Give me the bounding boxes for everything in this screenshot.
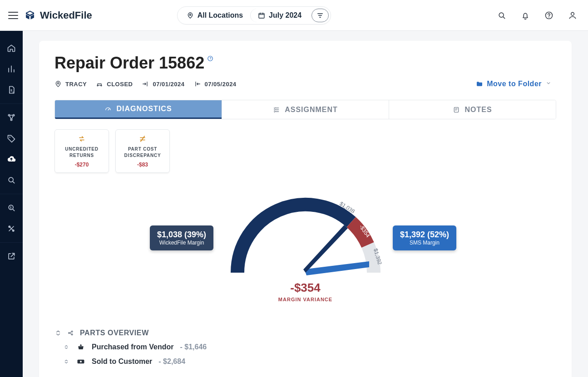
svg-point-4 <box>548 17 549 18</box>
margin-variance-value: -$354 <box>278 281 332 295</box>
card-part-cost-title: PART COST DISCREPANCY <box>119 146 166 159</box>
svg-point-5 <box>571 12 574 15</box>
tag-icon <box>7 134 16 143</box>
tab-diagnostics-label: DIAGNOSTICS <box>116 105 172 113</box>
sidebar-item-tags[interactable] <box>0 128 23 148</box>
brand-logo[interactable]: WickedFile <box>25 10 92 21</box>
svg-rect-1 <box>259 13 264 18</box>
nodes-icon <box>67 329 74 337</box>
svg-marker-20 <box>306 261 369 275</box>
date-chip-label: July 2024 <box>269 11 301 20</box>
svg-text:$: $ <box>13 91 14 94</box>
bell-icon <box>521 11 530 20</box>
card-part-cost-value: -$83 <box>137 162 148 168</box>
svg-point-8 <box>13 114 14 116</box>
page-title: Repair Order 15862 ? <box>54 54 556 73</box>
wickedfile-margin-box: $1,038 (39%) WickedFile Margin <box>150 225 213 250</box>
card-uncredited-returns-value: -$270 <box>75 162 89 168</box>
row-sold-to-customer[interactable]: Sold to Customer - $2,684 <box>54 352 556 366</box>
sidebar: $ $ <box>0 31 23 377</box>
meta-closed: 07/05/2024 <box>194 80 237 88</box>
tab-assignment[interactable]: ASSIGNMENT <box>222 100 389 119</box>
card-part-cost-discrepancy[interactable]: PART COST DISCREPANCY -$83 <box>115 129 170 173</box>
tab-assignment-label: ASSIGNMENT <box>285 106 338 114</box>
collapse-all-icon <box>54 329 62 337</box>
tab-notes[interactable]: NOTES <box>389 100 556 119</box>
sidebar-divider <box>0 194 23 194</box>
location-chip[interactable]: All Locations <box>179 9 250 22</box>
gauge-section: $1,038 (39%) WickedFile Margin $1,392 (5… <box>54 191 556 318</box>
help-button[interactable] <box>542 8 556 23</box>
map-pin-icon <box>187 12 194 19</box>
meta-location-label: TRACY <box>65 81 87 88</box>
search-icon <box>7 176 16 185</box>
wickedfile-margin-label: WickedFile Margin <box>157 240 206 246</box>
expand-icon <box>63 358 70 365</box>
title-help-button[interactable]: ? <box>207 55 213 63</box>
help-icon: ? <box>207 55 213 62</box>
search-dollar-icon: $ <box>7 203 16 212</box>
svg-point-7 <box>8 114 10 116</box>
filter-button[interactable] <box>311 9 329 22</box>
sidebar-item-home[interactable] <box>0 38 23 58</box>
sidebar-item-reports[interactable] <box>0 59 23 79</box>
profile-button[interactable] <box>565 8 580 23</box>
filter-icon <box>316 12 324 19</box>
note-icon <box>453 106 460 113</box>
menu-toggle-button[interactable] <box>8 12 18 19</box>
car-icon <box>96 80 103 88</box>
search-icon <box>497 11 506 20</box>
move-to-folder-button[interactable]: Move to Folder <box>471 77 556 91</box>
meta-location: TRACY <box>54 80 87 88</box>
help-icon <box>544 11 553 20</box>
meta-closed-label: 07/05/2024 <box>205 81 237 88</box>
expand-icon <box>63 343 70 351</box>
app-header: WickedFile All Locations July 2024 <box>0 0 588 31</box>
svg-point-10 <box>10 137 10 137</box>
svg-point-18 <box>57 83 59 84</box>
svg-point-26 <box>80 361 82 362</box>
sidebar-divider <box>0 103 23 104</box>
sidebar-divider <box>0 242 23 243</box>
sidebar-item-tools[interactable] <box>0 219 23 239</box>
home-icon <box>7 44 16 53</box>
cloud-upload-icon <box>7 155 16 164</box>
sidebar-item-invoices[interactable]: $ <box>0 80 23 100</box>
filter-chipbar: All Locations July 2024 <box>177 6 331 24</box>
content-area: Repair Order 15862 ? TRACY CLOSED 07/01/… <box>23 31 588 377</box>
sidebar-item-external[interactable] <box>0 246 23 266</box>
sms-margin-box: $1,392 (52%) SMS Margin <box>393 225 456 250</box>
header-actions <box>494 8 580 23</box>
sidebar-item-finance-search[interactable]: $ <box>0 198 23 218</box>
parts-overview-header[interactable]: PARTS OVERVIEW <box>54 329 556 337</box>
list-check-icon <box>273 106 280 113</box>
brand-name: WickedFile <box>40 10 92 21</box>
meta-status: CLOSED <box>96 80 133 88</box>
map-pin-icon <box>54 80 62 88</box>
margin-variance-label: MARGIN VARIANCE <box>278 297 332 302</box>
not-equal-icon <box>138 134 147 143</box>
tab-diagnostics[interactable]: DIAGNOSTICS <box>55 100 222 119</box>
diagnostic-cards: UNCREDITED RETURNS -$270 PART COST DISCR… <box>54 129 556 173</box>
cash-icon <box>76 357 85 366</box>
notifications-button[interactable] <box>518 8 533 23</box>
row-sold-label: Sold to Customer <box>92 357 152 366</box>
sidebar-item-search[interactable] <box>0 170 23 190</box>
sms-margin-label: SMS Margin <box>400 240 449 246</box>
parts-overview-section: PARTS OVERVIEW Purchased from Vendor - $… <box>54 329 556 366</box>
sidebar-item-upload[interactable] <box>0 149 23 169</box>
meta-row: TRACY CLOSED 07/01/2024 07/05/2024 Move … <box>54 77 556 91</box>
bar-chart-icon <box>7 64 16 73</box>
row-purchased-from-vendor[interactable]: Purchased from Vendor - $1,646 <box>54 337 556 352</box>
card-uncredited-returns[interactable]: UNCREDITED RETURNS -$270 <box>54 129 109 173</box>
folder-icon <box>476 80 483 88</box>
basket-icon <box>76 343 85 352</box>
row-sold-value: - $2,684 <box>158 357 185 366</box>
date-chip[interactable]: July 2024 <box>250 9 309 22</box>
sidebar-item-network[interactable] <box>0 108 23 127</box>
svg-point-0 <box>189 14 191 15</box>
tab-notes-label: NOTES <box>464 106 492 114</box>
search-button[interactable] <box>494 8 509 23</box>
cube-icon <box>25 10 35 21</box>
gauge-icon <box>104 105 112 113</box>
